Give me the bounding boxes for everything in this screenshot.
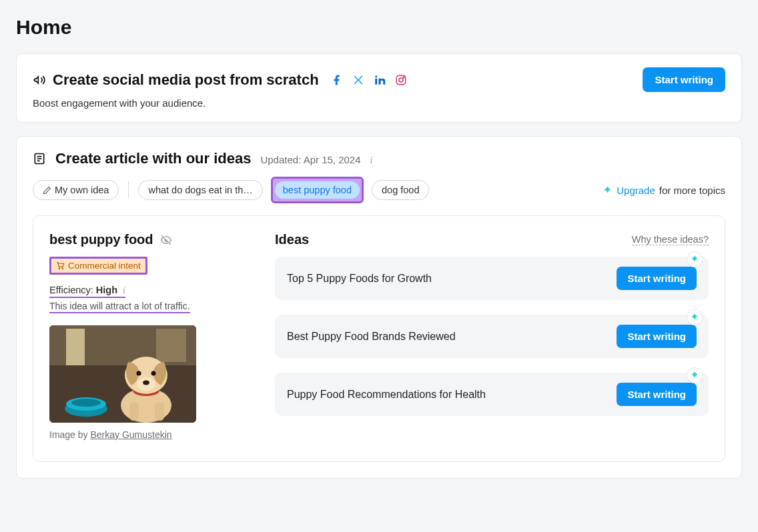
credit-author-link[interactable]: Berkay Gumustekin xyxy=(90,429,171,440)
topic-pill-2[interactable]: dog food xyxy=(372,180,429,200)
diamond-badge-icon xyxy=(687,310,702,325)
upgrade-suffix: for more topics xyxy=(659,185,725,196)
x-icon xyxy=(352,74,364,86)
svg-rect-19 xyxy=(129,402,139,421)
svg-point-3 xyxy=(399,78,403,82)
idea-title: Puppy Food Recommendations for Health xyxy=(287,389,486,401)
efficiency-row: Efficiency: High i xyxy=(49,285,125,298)
pill-separator xyxy=(128,181,129,199)
intent-label: Commercial intent xyxy=(68,261,141,271)
megaphone-icon xyxy=(33,73,46,87)
facebook-icon xyxy=(331,74,343,86)
idea-row: Top 5 Puppy Foods for Growth Start writi… xyxy=(275,257,709,300)
instagram-icon xyxy=(395,74,407,86)
svg-rect-20 xyxy=(155,402,164,421)
svg-point-10 xyxy=(62,268,63,269)
shopping-icon xyxy=(56,261,65,270)
social-card-title: Create social media post from scratch xyxy=(53,71,319,89)
article-ideas-card: Create article with our ideas Updated: A… xyxy=(16,136,742,479)
article-card-title: Create article with our ideas xyxy=(55,150,251,167)
idea-title: Best Puppy Food Brands Reviewed xyxy=(287,331,456,343)
eye-off-icon[interactable] xyxy=(160,234,172,246)
upgrade-prompt: Upgrade for more topics xyxy=(603,185,725,196)
svg-rect-13 xyxy=(66,329,85,365)
page-title: Home xyxy=(16,16,742,39)
updated-label: Updated: Apr 15, 2024 xyxy=(260,154,360,165)
efficiency-value: High xyxy=(96,285,117,295)
intent-badge: Commercial intent xyxy=(49,257,147,275)
upgrade-link[interactable]: Upgrade xyxy=(617,185,655,196)
idea-title: Top 5 Puppy Foods for Growth xyxy=(287,273,432,285)
idea-start-writing-button[interactable]: Start writing xyxy=(617,383,697,406)
svg-rect-0 xyxy=(375,78,377,84)
svg-point-26 xyxy=(151,371,156,376)
ideas-heading: Ideas xyxy=(275,232,309,247)
idea-row: Best Puppy Food Brands Reviewed Start wr… xyxy=(275,315,709,358)
efficiency-prefix: Efficiency: xyxy=(49,285,96,295)
keyword-title: best puppy food xyxy=(49,232,153,247)
svg-point-1 xyxy=(375,75,377,77)
social-card-subtitle: Boost engagement with your audience. xyxy=(33,97,725,109)
topic-pill-0[interactable]: what do dogs eat in th… xyxy=(138,180,262,200)
idea-detail-panel: best puppy food Commercial intent Effici… xyxy=(33,215,725,462)
svg-point-24 xyxy=(143,381,149,385)
social-icons-row xyxy=(331,74,407,86)
diamond-badge-icon xyxy=(687,252,702,267)
start-writing-button[interactable]: Start writing xyxy=(643,67,725,92)
pencil-icon xyxy=(43,186,51,195)
diamond-badge-icon xyxy=(687,368,702,383)
idea-start-writing-button[interactable]: Start writing xyxy=(617,325,697,348)
idea-row: Puppy Food Recommendations for Health St… xyxy=(275,373,709,416)
svg-point-9 xyxy=(59,268,60,269)
svg-point-25 xyxy=(137,371,141,376)
my-own-idea-label: My own idea xyxy=(55,185,109,195)
why-these-ideas-link[interactable]: Why these ideas? xyxy=(632,234,709,245)
svg-rect-14 xyxy=(156,329,186,362)
credit-prefix: Image by xyxy=(49,429,90,440)
my-own-idea-pill[interactable]: My own idea xyxy=(33,180,119,200)
info-icon[interactable]: i xyxy=(123,285,125,295)
keyword-thumbnail xyxy=(49,325,196,423)
info-icon[interactable]: i xyxy=(370,155,373,166)
svg-point-17 xyxy=(71,399,101,407)
diamond-icon xyxy=(603,185,613,195)
article-icon xyxy=(33,152,46,165)
topic-pill-1[interactable]: best puppy food xyxy=(275,181,360,199)
topic-pill-highlight: best puppy food xyxy=(271,177,364,203)
linkedin-icon xyxy=(374,74,386,86)
social-post-card: Create social media post from scratch St… xyxy=(16,53,742,123)
efficiency-desc: This idea will attract a lot of traffic. xyxy=(49,301,190,313)
svg-point-4 xyxy=(403,76,404,77)
idea-start-writing-button[interactable]: Start writing xyxy=(617,267,697,290)
image-credit: Image by Berkay Gumustekin xyxy=(49,429,250,440)
